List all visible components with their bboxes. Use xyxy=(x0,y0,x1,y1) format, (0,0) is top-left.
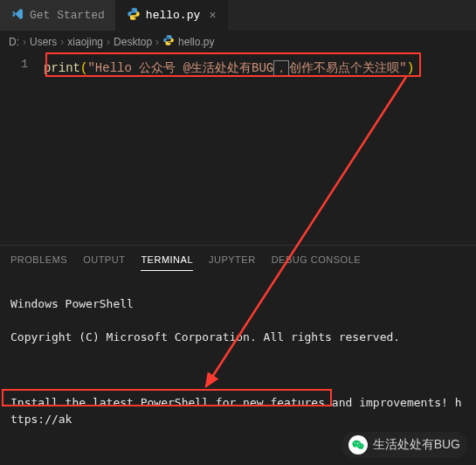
editor[interactable]: 1 print("Hello 公众号 @生活处处有BUG，创作不易点个关注呗") xyxy=(0,52,476,245)
wechat-icon xyxy=(348,435,368,455)
breadcrumb-d[interactable]: D: xyxy=(9,36,19,48)
chevron-icon: › xyxy=(60,36,64,48)
terminal-line: Install the latest PowerShell for new fe… xyxy=(10,395,466,428)
tab-jupyter[interactable]: JUPYTER xyxy=(209,251,256,271)
watermark-text: 生活处处有BUG xyxy=(373,437,460,453)
code-line[interactable]: print("Hello 公众号 @生活处处有BUG，创作不易点个关注呗") xyxy=(44,56,476,76)
tab-output[interactable]: OUTPUT xyxy=(83,251,125,271)
breadcrumb-file[interactable]: hello.py xyxy=(178,36,214,48)
chevron-icon: › xyxy=(155,36,159,48)
vscode-icon xyxy=(10,7,24,24)
panel-tab-bar: PROBLEMS OUTPUT TERMINAL JUPYTER DEBUG C… xyxy=(0,245,476,271)
breadcrumb-xiaojing[interactable]: xiaojing xyxy=(67,36,103,48)
terminal-line: Copyright (C) Microsoft Corporation. All… xyxy=(10,330,466,346)
tab-problems[interactable]: PROBLEMS xyxy=(10,251,67,271)
tab-terminal[interactable]: TERMINAL xyxy=(141,251,193,271)
tab-debug-console[interactable]: DEBUG CONSOLE xyxy=(272,251,361,271)
terminal-line: Windows PowerShell xyxy=(10,296,466,313)
tab-hello-py[interactable]: hello.py × xyxy=(116,0,228,31)
line-number: 1 xyxy=(0,52,35,71)
python-icon xyxy=(127,7,141,24)
breadcrumb-desktop[interactable]: Desktop xyxy=(114,36,152,48)
breadcrumb: D: › Users › xiaojing › Desktop › hello.… xyxy=(0,31,476,52)
python-icon xyxy=(162,34,175,49)
chevron-icon: › xyxy=(107,36,110,48)
tab-label: hello.py xyxy=(146,9,200,22)
tab-label: Get Started xyxy=(30,9,105,22)
close-icon[interactable]: × xyxy=(209,9,216,23)
tab-bar: Get Started hello.py × xyxy=(0,0,476,31)
chevron-icon: › xyxy=(23,36,26,48)
watermark: 生活处处有BUG xyxy=(341,432,467,458)
breadcrumb-users[interactable]: Users xyxy=(30,36,57,48)
tab-get-started[interactable]: Get Started xyxy=(0,0,116,31)
